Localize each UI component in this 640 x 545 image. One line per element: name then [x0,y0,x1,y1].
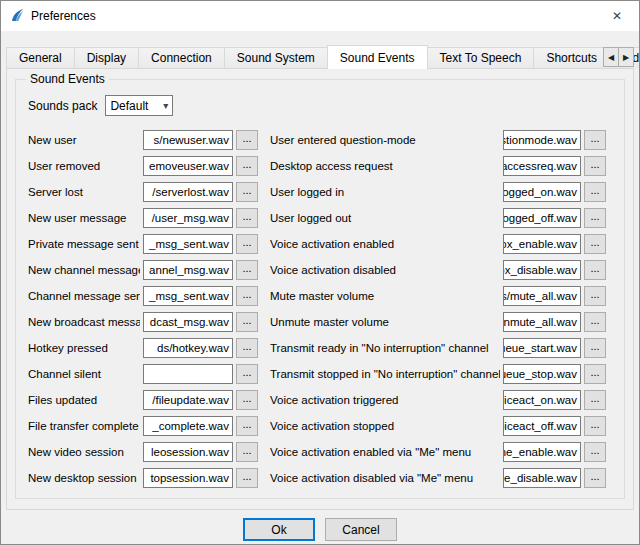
sound-event-row: User removedemoveuser.wav... [28,156,258,176]
sound-event-row: Transmit stopped in "No interruption" ch… [270,364,606,384]
sound-file-input[interactable]: dcast_msg.wav [143,312,233,332]
sound-file-input[interactable]: ox_disable.wav [503,260,581,280]
sound-event-row: Channel message sent_msg_sent.wav... [28,286,258,306]
browse-button[interactable]: ... [236,286,258,306]
sound-file-input[interactable]: oiceact_off.wav [503,416,581,436]
sound-event-row: Unmute master volumeunmute_all.wav... [270,312,606,332]
browse-button[interactable]: ... [584,338,606,358]
sound-file-input[interactable]: s/mute_all.wav [503,286,581,306]
browse-button[interactable]: ... [584,312,606,332]
sound-file-input[interactable]: ogged_off.wav [503,208,581,228]
sound-file-input[interactable]: ueue_stop.wav [503,364,581,384]
event-label: File transfer complete [28,420,140,432]
tab-connection[interactable]: Connection [138,47,225,68]
close-button[interactable]: ✕ [595,1,639,31]
tab-text-to-speech[interactable]: Text To Speech [427,47,535,68]
sound-file-input[interactable] [143,364,233,384]
event-label: User entered question-mode [270,134,500,146]
sound-event-row: Channel silent... [28,364,258,384]
browse-button[interactable]: ... [236,338,258,358]
browse-button[interactable]: ... [236,364,258,384]
sounds-pack-label: Sounds pack [28,99,97,113]
sound-file-input[interactable]: me_enable.wav [503,442,581,462]
browse-button[interactable]: ... [236,390,258,410]
sound-file-input[interactable]: topsession.wav [143,468,233,488]
event-label: Channel message sent [28,290,140,302]
browse-button[interactable]: ... [584,442,606,462]
sound-event-row: Voice activation disabledox_disable.wav.… [270,260,606,280]
browse-button[interactable]: ... [584,390,606,410]
sound-events-left-column: New users/newuser.wav...User removedemov… [28,130,258,494]
event-label: User logged in [270,186,500,198]
sound-file-input[interactable]: ds/hotkey.wav [143,338,233,358]
sound-event-row: Hotkey pressedds/hotkey.wav... [28,338,258,358]
browse-button[interactable]: ... [584,416,606,436]
browse-button[interactable]: ... [584,468,606,488]
event-label: Files updated [28,394,140,406]
browse-button[interactable]: ... [584,182,606,202]
browse-button[interactable]: ... [584,208,606,228]
browse-button[interactable]: ... [236,260,258,280]
window-title: Preferences [31,9,96,23]
browse-button[interactable]: ... [584,260,606,280]
browse-button[interactable]: ... [584,130,606,150]
tab-sound-events[interactable]: Sound Events [327,45,428,69]
sound-file-input[interactable]: ox_enable.wav [503,234,581,254]
sound-file-input[interactable]: _complete.wav [143,416,233,436]
sound-event-row: New desktop sessiontopsession.wav... [28,468,258,488]
sound-file-input[interactable]: accessreq.wav [503,156,581,176]
sound-file-input[interactable]: _msg_sent.wav [143,234,233,254]
sound-file-input[interactable]: oiceact_on.wav [503,390,581,410]
tab-general[interactable]: General [6,47,75,68]
browse-button[interactable]: ... [584,286,606,306]
sound-file-input[interactable]: annel_msg.wav [143,260,233,280]
tab-scroll-right-button[interactable]: ▶ [618,47,634,67]
browse-button[interactable]: ... [236,442,258,462]
sound-file-input[interactable]: /fileupdate.wav [143,390,233,410]
event-label: User logged out [270,212,500,224]
browse-button[interactable]: ... [236,234,258,254]
sound-event-row: Private message sent_msg_sent.wav... [28,234,258,254]
event-label: New desktop session [28,472,140,484]
browse-button[interactable]: ... [236,312,258,332]
app-icon [9,8,25,24]
sounds-pack-value: Default [110,99,148,113]
event-label: Voice activation disabled [270,264,500,276]
sound-file-input[interactable]: /user_msg.wav [143,208,233,228]
sound-file-input[interactable]: ueue_start.wav [503,338,581,358]
sounds-pack-row: Sounds pack Default ▾ [28,95,612,116]
sound-file-input[interactable]: emoveuser.wav [143,156,233,176]
sound-file-input[interactable]: ne_disable.wav [503,468,581,488]
tab-shortcuts[interactable]: Shortcuts [533,47,610,68]
event-label: New user message [28,212,140,224]
browse-button[interactable]: ... [584,156,606,176]
ok-button[interactable]: Ok [243,518,315,541]
event-label: Mute master volume [270,290,500,302]
browse-button[interactable]: ... [236,182,258,202]
event-label: Transmit ready in "No interruption" chan… [270,342,500,354]
sound-event-row: User logged inlogged_on.wav... [270,182,606,202]
sound-event-row: New user message/user_msg.wav... [28,208,258,228]
tab-bar: GeneralDisplayConnectionSound SystemSoun… [6,44,634,68]
browse-button[interactable]: ... [584,234,606,254]
browse-button[interactable]: ... [236,416,258,436]
browse-button[interactable]: ... [584,364,606,384]
sound-file-input[interactable]: leosession.wav [143,442,233,462]
sound-file-input[interactable]: /serverlost.wav [143,182,233,202]
tab-sound-system[interactable]: Sound System [224,47,328,68]
sounds-pack-combobox[interactable]: Default ▾ [105,95,173,116]
browse-button[interactable]: ... [236,156,258,176]
browse-button[interactable]: ... [236,208,258,228]
tab-display[interactable]: Display [74,47,139,68]
sound-file-input[interactable]: unmute_all.wav [503,312,581,332]
tab-scroll-left-button[interactable]: ◀ [603,47,619,67]
sound-file-input[interactable]: _msg_sent.wav [143,286,233,306]
sound-event-row: Files updated/fileupdate.wav... [28,390,258,410]
sound-file-input[interactable]: s/newuser.wav [143,130,233,150]
sound-file-input[interactable]: logged_on.wav [503,182,581,202]
browse-button[interactable]: ... [236,130,258,150]
sound-file-input[interactable]: stionmode.wav [503,130,581,150]
cancel-button[interactable]: Cancel [325,518,397,541]
browse-button[interactable]: ... [236,468,258,488]
event-label: New user [28,134,140,146]
